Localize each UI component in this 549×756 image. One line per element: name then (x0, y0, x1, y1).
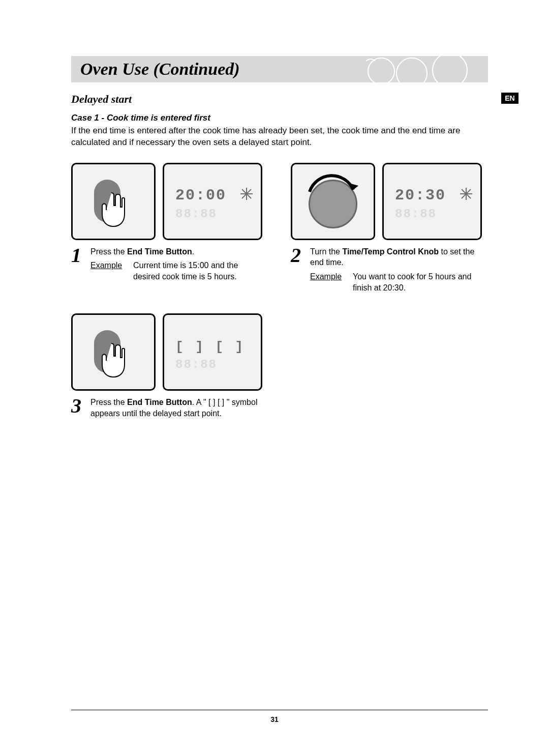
subsection-title: Delayed start (71, 93, 132, 106)
step-2-column: 20:30 88:88 2 Turn the Time/Temp Control… (291, 163, 482, 293)
page-number: 31 (0, 715, 549, 723)
svg-point-2 (433, 56, 467, 82)
step-1-illustration: 20:00 88:88 (71, 163, 262, 240)
step-2-example-text: You want to cook for 5 hours and finish … (353, 271, 482, 293)
rotate-arrow-icon (303, 167, 359, 198)
intro-paragraph: If the end time is entered after the coo… (71, 125, 488, 149)
section-banner: Oven Use (Continued) (71, 56, 488, 82)
step-1-example-label: Example (90, 260, 123, 282)
display-panel-3: [ ] [ ] 88:88 (163, 313, 262, 391)
step-1-text-post: . (192, 247, 194, 256)
step-1-example-text: Current time is 15:00 and the desired co… (133, 260, 262, 282)
display-ghost-3: 88:88 (175, 358, 217, 371)
case-title: Case 1 - Cook time is entered first (71, 113, 488, 123)
display-ghost-1: 88:88 (175, 207, 217, 221)
step-2-example-label: Example (310, 271, 343, 293)
knob-panel (291, 163, 375, 240)
step-1-number: 1 (71, 246, 85, 265)
step-3: 3 Press the End Time Button. A " [ ] [ ]… (71, 397, 262, 419)
step-2-illustration: 20:30 88:88 (291, 163, 482, 240)
step-1-column: 20:00 88:88 1 Press the End Time Button.… (71, 163, 262, 293)
section-title: Oven Use (Continued) (80, 60, 240, 79)
svg-marker-7 (347, 183, 358, 190)
step-2-text-pre: Turn the (310, 247, 342, 256)
step-1-text-pre: Press the (90, 247, 127, 256)
language-tag: EN (501, 93, 518, 104)
step-3-text-pre: Press the (90, 398, 127, 406)
display-value-2: 20:30 (395, 187, 446, 204)
display-panel-1: 20:00 88:88 (163, 163, 262, 240)
step-3-number: 3 (71, 397, 85, 415)
step-3-text-bold: End Time Button (127, 398, 192, 406)
svg-point-1 (396, 58, 427, 82)
display-panel-2: 20:30 88:88 (382, 163, 482, 240)
footer-rule (71, 710, 488, 710)
timer-icon (459, 187, 473, 201)
display-value-1: 20:00 (175, 187, 226, 204)
display-value-3: [ ] [ ] (175, 339, 245, 355)
banner-decoration (336, 56, 488, 82)
step-1: 1 Press the End Time Button. Example Cur… (71, 246, 262, 282)
step-3-illustration: [ ] [ ] 88:88 (71, 313, 262, 391)
step-3-column: [ ] [ ] 88:88 3 Press the End Time Butto… (71, 313, 262, 419)
step-1-text-bold: End Time Button (127, 247, 192, 256)
svg-point-0 (368, 58, 394, 82)
button-press-panel (71, 163, 156, 240)
hand-icon (100, 342, 131, 378)
step-2-number: 2 (291, 246, 305, 265)
display-ghost-2: 88:88 (395, 207, 437, 221)
step-2: 2 Turn the Time/Temp Control Knob to set… (291, 246, 482, 293)
button-press-panel-3 (71, 313, 156, 391)
timer-icon (239, 187, 254, 201)
hand-icon (100, 192, 131, 227)
step-2-text-bold: Time/Temp Control Knob (342, 247, 439, 256)
